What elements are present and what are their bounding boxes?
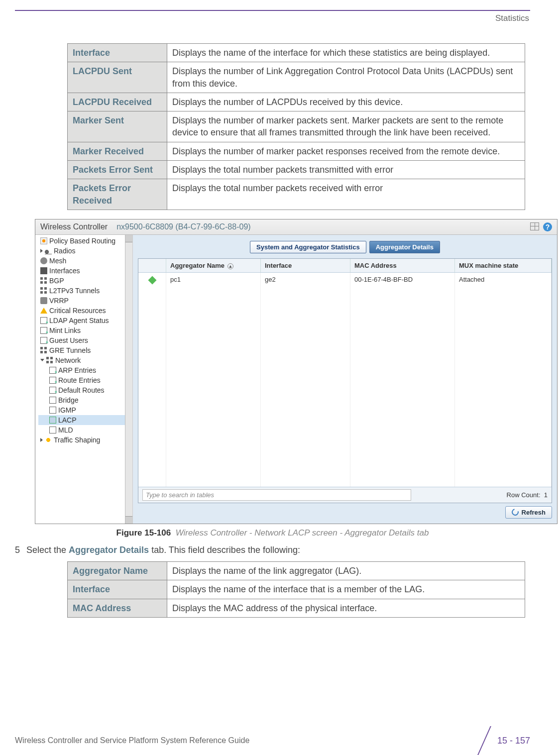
step-5: 5 Select the Aggregator Details tab. Thi… [15,545,530,555]
sidebar-item[interactable]: MLD [38,425,132,435]
route-icon [40,237,47,244]
row-count: Row Count: 1 [507,491,548,499]
field-label: Packets Error Received [68,179,167,210]
field-desc: Displays the number of marker packet res… [167,142,525,160]
cell-aggregator-name: pc1 [166,273,261,487]
field-label: Aggregator Name [68,561,167,580]
mesh-icon [40,257,47,264]
field-label: LACPDU Sent [68,62,167,93]
header-rule [15,10,530,11]
cell-mux: Attached [455,273,552,487]
window-titlebar: Wireless Controller nx9500-6C8809 (B4-C7… [35,219,557,235]
page-footer: Wireless Controller and Service Platform… [15,728,530,753]
sidebar-item[interactable]: GRE Tunnels [38,345,132,355]
sidebar-item[interactable]: VRRP [38,296,132,306]
sidebar-item[interactable]: Radios [38,246,132,256]
col-interface[interactable]: Interface [261,259,350,272]
sidebar-item[interactable]: Critical Resources [38,306,132,316]
help-icon[interactable]: ? [543,222,552,231]
sidebar-item[interactable]: Bridge [38,395,132,405]
bgp-icon [40,277,47,284]
sidebar-item[interactable]: Mesh [38,256,132,266]
table-row: MAC AddressDisplays the MAC address of t… [68,599,525,617]
page-number: 15 - 157 [497,736,530,746]
data-grid: Aggregator Name▲ Interface MAC Address M… [138,258,552,503]
table-row: Marker ReceivedDisplays the number of ma… [68,142,525,160]
figure-screenshot: Wireless Controller nx9500-6C8809 (B4-C7… [35,219,530,524]
arp-icon [49,367,56,374]
sidebar-item[interactable]: Traffic Shaping [38,435,132,445]
field-desc: Displays the number of LACPDUs received … [167,93,525,111]
scrollbar[interactable] [125,235,132,524]
status-icon [148,276,156,284]
field-label: Marker Sent [68,111,167,142]
footer-divider [476,728,491,753]
field-description-table-2: Aggregator NameDisplays the name of the … [67,561,525,618]
tunnel-icon [40,287,47,294]
search-input[interactable]: Type to search in tables [142,489,411,501]
mint-icon [40,327,47,334]
grid-row[interactable]: pc1 ge2 00-1E-67-4B-BF-BD Attached [138,273,552,487]
gre-icon [40,347,47,354]
device-name: nx9500-6C8809 (B4-C7-99-6C-88-09) [116,222,250,231]
sidebar-item[interactable]: Route Entries [38,375,132,385]
doc-title: Wireless Controller and Service Platform… [15,736,249,745]
grid-header: Aggregator Name▲ Interface MAC Address M… [138,259,552,273]
col-status[interactable] [138,259,166,272]
lacp-icon [49,417,56,424]
figure-caption: Figure 15-106 Wireless Controller - Netw… [15,528,530,538]
sidebar-item[interactable]: Network [38,355,132,365]
sort-icon[interactable]: ▲ [227,263,233,269]
cell-interface: ge2 [261,273,350,487]
sidebar-item[interactable]: Guest Users [38,335,132,345]
sidebar-item[interactable]: LDAP Agent Status [38,316,132,325]
table-row: InterfaceDisplays the name of the interf… [68,580,525,599]
igmp-icon [49,407,56,414]
route-entries-icon [49,377,56,384]
sidebar-item-lacp[interactable]: LACP [38,415,132,425]
main-panel: System and Aggregator Statistics Aggrega… [133,235,557,524]
radio-icon [45,247,52,254]
field-desc: Displays the number of Link Aggregation … [167,62,525,93]
tab-system-aggregator[interactable]: System and Aggregator Statistics [250,241,366,253]
interface-icon [40,267,47,274]
field-desc: Displays the number of marker packets se… [167,111,525,142]
tab-aggregator-details[interactable]: Aggregator Details [369,241,440,253]
sidebar-item[interactable]: IGMP [38,405,132,415]
refresh-button[interactable]: Refresh [505,506,552,519]
warning-icon [40,308,47,314]
col-mac[interactable]: MAC Address [350,259,455,272]
field-label: Marker Received [68,142,167,160]
default-routes-icon [49,387,56,394]
table-row: Packets Error ReceivedDisplays the total… [68,179,525,210]
field-label: LACPDU Received [68,93,167,111]
field-desc: Displays the total number packets transm… [167,161,525,179]
col-aggregator-name[interactable]: Aggregator Name▲ [166,259,261,272]
guest-icon [40,337,47,344]
traffic-shaping-icon [45,436,52,443]
sidebar-item[interactable]: L2TPv3 Tunnels [38,286,132,296]
grid-view-icon[interactable] [530,222,539,230]
sidebar-item[interactable]: Policy Based Routing [38,236,132,246]
section-title: Statistics [15,13,530,23]
field-desc: Displays the MAC address of the physical… [167,599,525,617]
sidebar-item[interactable]: Mint Links [38,325,132,335]
col-mux[interactable]: MUX machine state [455,259,552,272]
collapse-icon [40,359,44,361]
field-label: Interface [68,44,167,62]
field-desc: Displays the name of the interface for w… [167,44,525,62]
expand-icon [40,249,43,253]
table-row: Packets Error SentDisplays the total num… [68,161,525,179]
field-desc: Displays the name of the link aggregator… [167,561,525,580]
ldap-icon [40,317,47,324]
sidebar-item[interactable]: BGP [38,276,132,286]
field-label: Interface [68,580,167,599]
sidebar-item[interactable]: Default Routes [38,385,132,395]
table-row: Aggregator NameDisplays the name of the … [68,561,525,580]
mld-icon [49,427,56,433]
sidebar-item[interactable]: Interfaces [38,266,132,276]
field-label: Packets Error Sent [68,161,167,179]
field-label: MAC Address [68,599,167,617]
table-row: Marker SentDisplays the number of marker… [68,111,525,142]
sidebar-item[interactable]: ARP Entries [38,365,132,375]
